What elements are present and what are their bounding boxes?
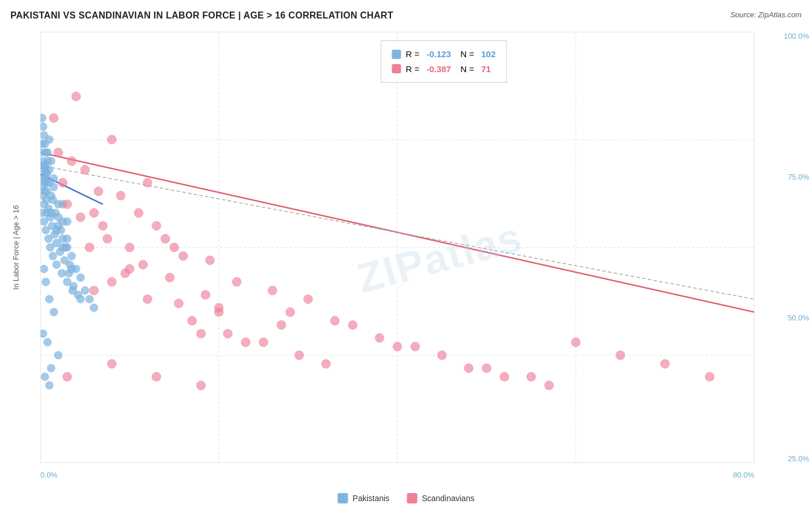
right-label-75: 75.0% <box>769 173 809 181</box>
legend: Pakistanis Scandinavians <box>338 493 475 503</box>
r-val-2: -0.387 <box>426 62 451 77</box>
x-label-0: 0.0% <box>40 471 58 479</box>
legend-label-scandinavians: Scandinavians <box>422 494 474 503</box>
x-label-80: 80.0% <box>733 471 754 479</box>
right-axis: 100.0% 75.0% 50.0% 25.0% <box>769 32 809 463</box>
r-val-1: -0.123 <box>426 47 451 62</box>
legend-item-pakistanis: Pakistanis <box>338 493 390 503</box>
n-label-1: N = <box>456 47 476 62</box>
y-axis-label-wrapper: In Labor Force | Age > 16 <box>0 32 32 463</box>
stats-color-1 <box>392 50 401 59</box>
legend-label-pakistanis: Pakistanis <box>353 494 390 503</box>
chart-title: PAKISTANI VS SCANDINAVIAN IN LABOR FORCE… <box>10 10 393 21</box>
stats-row-2: R = -0.387 N = 71 <box>392 62 496 77</box>
stats-row-1: R = -0.123 N = 102 <box>392 47 496 62</box>
n-val-2: 71 <box>481 62 491 77</box>
chart-container: PAKISTANI VS SCANDINAVIAN IN LABOR FORCE… <box>0 0 812 515</box>
scatter-plot <box>40 32 754 463</box>
bottom-axis: 0.0% 80.0% <box>40 466 754 483</box>
y-axis-label: In Labor Force | Age > 16 <box>12 205 20 290</box>
legend-box-scandinavians <box>407 493 417 503</box>
stats-box: R = -0.123 N = 102 R = -0.387 N = 71 <box>381 40 506 83</box>
n-label-2: N = <box>456 62 476 77</box>
source-label: Source: ZipAtlas.com <box>730 10 802 19</box>
right-label-25: 25.0% <box>769 454 809 463</box>
r-label-1: R = <box>405 47 422 62</box>
r-label-2: R = <box>405 62 422 77</box>
right-label-100: 100.0% <box>769 32 809 40</box>
legend-box-pakistanis <box>338 493 348 503</box>
legend-item-scandinavians: Scandinavians <box>407 493 474 503</box>
right-label-50: 50.0% <box>769 314 809 322</box>
n-val-1: 102 <box>481 47 496 62</box>
stats-color-2 <box>392 64 401 73</box>
